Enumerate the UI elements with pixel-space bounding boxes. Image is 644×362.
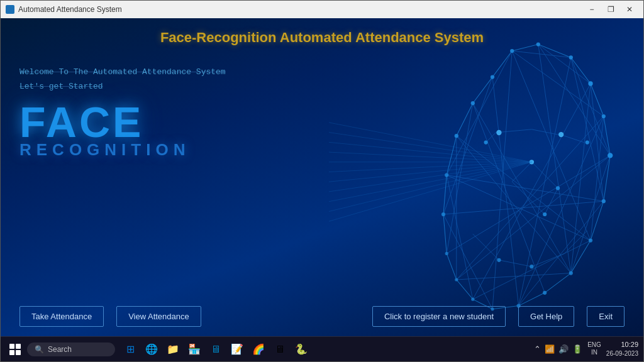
register-student-button[interactable]: Click to register a new student — [372, 306, 506, 327]
window-controls: − ❐ ✕ — [583, 3, 638, 16]
wifi-icon[interactable]: 📶 — [545, 344, 555, 354]
date: 26-09-2023 — [606, 349, 638, 358]
taskbar-app-files[interactable]: ⊞ — [120, 339, 140, 359]
taskbar-app-edge[interactable]: 🌐 — [142, 339, 162, 359]
maximize-button[interactable]: ❐ — [602, 3, 619, 16]
view-attendance-button[interactable]: View Attendance — [116, 306, 201, 327]
taskbar-app-python[interactable]: 🐍 — [291, 339, 311, 359]
language-indicator: ENGIN — [587, 341, 601, 356]
windows-logo-icon — [9, 344, 21, 355]
buttons-row: Take Attendance View Attendance Click to… — [19, 297, 625, 336]
battery-icon[interactable]: 🔋 — [572, 344, 582, 354]
taskbar-app-store[interactable]: 🏪 — [184, 339, 204, 359]
terminal-line-2: Let's get Started — [19, 79, 271, 94]
face-text: FACE — [19, 101, 271, 143]
taskbar-app-explorer[interactable]: 📁 — [163, 339, 183, 359]
taskbar-app-dell[interactable]: 🖥 — [206, 339, 226, 359]
search-bar[interactable]: 🔍 Search — [27, 343, 115, 356]
get-help-button[interactable]: Get Help — [518, 306, 574, 327]
taskbar: 🔍 Search ⊞ 🌐 📁 🏪 🖥 📝 🌈 🖥 🐍 ⌃ 📶 🔊 🔋 ENGIN — [1, 336, 643, 361]
content-area: Welcome To The Automated Attendance Syst… — [1, 52, 643, 336]
exit-button[interactable]: Exit — [587, 306, 625, 327]
terminal-line-1: Welcome To The Automated Attendance Syst… — [19, 65, 271, 79]
main-window: Automated Attendance System − ❐ ✕ — [0, 0, 644, 362]
window-title: Automated Attendance System — [18, 5, 122, 14]
face-recognition-label: FACE RECOGNITION — [19, 101, 271, 160]
system-tray: ⌃ 📶 🔊 🔋 — [534, 344, 582, 354]
minimize-button[interactable]: − — [583, 3, 601, 16]
main-title: Face-Recognition Automated Attendance Sy… — [1, 18, 643, 52]
title-bar: Automated Attendance System − ❐ ✕ — [1, 1, 643, 18]
take-attendance-button[interactable]: Take Attendance — [19, 306, 104, 327]
taskbar-app-chrome[interactable]: 🌈 — [248, 339, 269, 359]
close-button[interactable]: ✕ — [621, 3, 638, 16]
search-label: Search — [48, 345, 72, 354]
recognition-text: RECOGNITION — [19, 140, 271, 160]
clock: 10:29 26-09-2023 — [606, 340, 638, 358]
text-block: Welcome To The Automated Attendance Syst… — [19, 58, 271, 166]
start-button[interactable] — [6, 340, 25, 359]
volume-icon[interactable]: 🔊 — [558, 344, 569, 354]
time: 10:29 — [606, 340, 638, 349]
taskbar-app-monitor[interactable]: 🖥 — [270, 339, 290, 359]
tray-arrow-icon[interactable]: ⌃ — [534, 344, 541, 354]
taskbar-app-vscode[interactable]: 📝 — [227, 339, 247, 359]
search-icon: 🔍 — [35, 345, 44, 354]
taskbar-apps: ⊞ 🌐 📁 🏪 🖥 📝 🌈 🖥 🐍 — [120, 339, 311, 359]
taskbar-right: ⌃ 📶 🔊 🔋 ENGIN 10:29 26-09-2023 — [534, 340, 638, 358]
app-icon — [6, 5, 14, 14]
app-area: Face-Recognition Automated Attendance Sy… — [1, 18, 643, 336]
title-bar-left: Automated Attendance System — [6, 5, 122, 14]
